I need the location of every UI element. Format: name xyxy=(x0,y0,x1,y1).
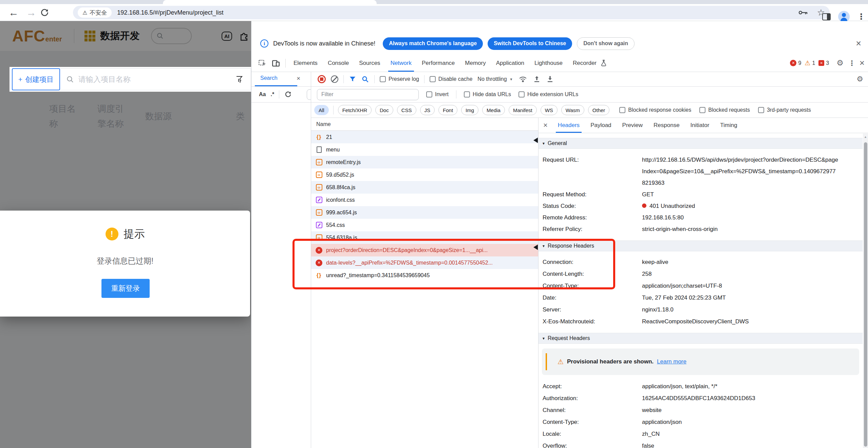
security-chip[interactable]: ⚠ 不安全 xyxy=(78,7,112,18)
create-project-button[interactable]: + 创建项目 xyxy=(12,68,60,90)
password-key-icon[interactable] xyxy=(798,9,808,16)
back-icon[interactable]: ← xyxy=(5,7,22,18)
request-row[interactable]: ‹› 554.6318a.js xyxy=(311,231,538,244)
inspect-element-icon[interactable] xyxy=(258,59,267,68)
throttling-dropdown[interactable]: No throttling ▼ xyxy=(477,76,513,82)
chip-css[interactable]: CSS xyxy=(397,105,416,115)
details-close-icon[interactable]: × xyxy=(543,121,548,130)
banner-close-icon[interactable]: × xyxy=(856,38,861,49)
general-section-header[interactable]: ▼ General xyxy=(539,138,863,149)
request-row[interactable]: 554.css xyxy=(311,219,538,231)
search-pane-tab[interactable]: Search xyxy=(260,75,278,81)
tab-preview[interactable]: Preview xyxy=(617,118,648,133)
tab-performance[interactable]: Performance xyxy=(417,54,460,72)
chip-img[interactable]: Img xyxy=(461,105,478,115)
request-row[interactable]: menu xyxy=(311,143,538,156)
hide-data-urls-checkbox[interactable]: Hide data URLs xyxy=(464,91,511,97)
chip-manifest[interactable]: Manifest xyxy=(509,105,537,115)
profile-avatar[interactable] xyxy=(838,11,850,22)
chip-doc[interactable]: Doc xyxy=(375,105,393,115)
tab-elements[interactable]: Elements xyxy=(288,54,323,72)
console-warnings-badge[interactable]: ⚠ 1 xyxy=(805,59,815,67)
chip-other[interactable]: Other xyxy=(588,105,610,115)
devtools-settings-icon[interactable]: ⚙ xyxy=(836,58,844,68)
blocked-response-cookies-checkbox[interactable]: Blocked response cookies xyxy=(619,107,691,113)
dont-show-again-button[interactable]: Don't show again xyxy=(577,37,635,50)
chip-media[interactable]: Media xyxy=(482,105,505,115)
blocked-requests-checkbox[interactable]: Blocked requests xyxy=(699,107,750,113)
browser-menu-icon[interactable]: ⋮ xyxy=(857,12,865,21)
import-har-icon[interactable] xyxy=(533,75,541,84)
learn-more-link[interactable]: Learn more xyxy=(657,358,686,365)
side-panel-icon[interactable] xyxy=(822,13,831,20)
scrollbar-thumb[interactable] xyxy=(864,142,867,447)
disable-cache-checkbox[interactable]: Disable cache xyxy=(430,76,473,82)
console-errors-badge[interactable]: ✕ 9 xyxy=(790,60,801,66)
tab-initiator[interactable]: Initiator xyxy=(685,118,715,133)
relogin-button[interactable]: 重新登录 xyxy=(101,279,150,298)
search-pane-divider[interactable] xyxy=(311,72,311,448)
reload-icon[interactable] xyxy=(40,8,58,17)
request-row[interactable]: iconfont.css xyxy=(311,194,538,206)
device-toolbar-icon[interactable] xyxy=(271,59,280,68)
address-bar[interactable]: ⚠ 不安全 192.168.16.5/#/prjDevMenu/project_… xyxy=(73,6,830,19)
switch-devtools-chinese-button[interactable]: Switch DevTools to Chinese xyxy=(488,37,572,50)
export-har-icon[interactable] xyxy=(546,75,554,84)
preserve-log-checkbox[interactable]: Preserve log xyxy=(380,76,419,82)
devtools-close-icon[interactable]: × xyxy=(860,58,865,68)
tab-payload[interactable]: Payload xyxy=(585,118,617,133)
tab-headers[interactable]: Headers xyxy=(552,118,585,133)
search-pane-close-icon[interactable]: × xyxy=(297,75,300,82)
network-conditions-icon[interactable] xyxy=(518,75,528,84)
name-column-header[interactable]: Name xyxy=(311,118,538,131)
network-filter-input[interactable] xyxy=(317,89,419,100)
request-row[interactable]: ‹› 59.d5d52.js xyxy=(311,168,538,181)
hide-extension-urls-checkbox[interactable]: Hide extension URLs xyxy=(518,91,578,97)
clear-network-log-button[interactable] xyxy=(331,75,338,83)
devtools-menu-icon[interactable]: ⋮ xyxy=(848,59,855,67)
issues-badge[interactable]: ✕ 3 xyxy=(818,60,829,66)
chip-ws[interactable]: WS xyxy=(541,105,558,115)
request-row-failed[interactable]: ✕ data-levels?__apiPrefix=%2FDWS&_timest… xyxy=(311,256,538,269)
tab-console[interactable]: Console xyxy=(323,54,354,72)
filter-toggle-icon[interactable] xyxy=(349,75,356,83)
tab-memory[interactable]: Memory xyxy=(460,54,491,72)
filter-funnel-icon[interactable] xyxy=(235,75,243,84)
forward-icon[interactable]: → xyxy=(22,7,40,18)
details-scrollbar[interactable]: ▲ xyxy=(863,133,868,448)
search-query-input[interactable] xyxy=(307,89,311,100)
network-settings-icon[interactable]: ⚙ xyxy=(856,75,863,84)
scroll-up-icon[interactable]: ▲ xyxy=(864,135,867,139)
project-search-input[interactable] xyxy=(78,75,207,84)
request-row[interactable]: {} unread?_timestamp=0.3411584539659045 xyxy=(311,269,538,282)
invert-checkbox[interactable]: Invert xyxy=(426,91,449,97)
chip-fetch-xhr[interactable]: Fetch/XHR xyxy=(338,105,372,115)
third-party-requests-checkbox[interactable]: 3rd-party requests xyxy=(758,107,811,113)
chip-wasm[interactable]: Wasm xyxy=(561,105,584,115)
tab-network[interactable]: Network xyxy=(385,54,417,72)
record-network-log-button[interactable] xyxy=(318,75,326,83)
request-row[interactable]: ‹› remoteEntry.js xyxy=(311,156,538,168)
response-headers-section-header[interactable]: ▼ Response Headers xyxy=(539,240,863,251)
tab-sources[interactable]: Sources xyxy=(354,54,385,72)
search-refresh-icon[interactable] xyxy=(284,90,292,98)
request-row[interactable]: ‹› 658.8f4ca.js xyxy=(311,181,538,194)
tab-response[interactable]: Response xyxy=(648,118,685,133)
chip-font[interactable]: Font xyxy=(438,105,457,115)
always-match-language-button[interactable]: Always match Chrome's language xyxy=(383,37,483,50)
tab-lighthouse[interactable]: Lighthouse xyxy=(529,54,568,72)
network-search-icon[interactable] xyxy=(361,75,369,83)
project-search-box[interactable] xyxy=(60,68,251,90)
request-row[interactable]: ‹› 999.ac654.js xyxy=(311,206,538,219)
regex-button[interactable]: .* xyxy=(270,91,274,97)
url-text[interactable]: 192.168.16.5/#/prjDevMenu/project_list xyxy=(117,9,223,16)
match-case-button[interactable]: Aa xyxy=(259,91,266,97)
tab-recorder[interactable]: Recorder xyxy=(568,54,602,72)
chip-js[interactable]: JS xyxy=(420,105,435,115)
request-row-failed-selected[interactable]: ✕ project?orderDirection=DESC&pageIndex=… xyxy=(311,244,538,256)
tab-timing[interactable]: Timing xyxy=(715,118,742,133)
chip-all[interactable]: All xyxy=(314,105,329,115)
request-headers-section-header[interactable]: ▼ Request Headers xyxy=(539,333,863,344)
request-row[interactable]: {} 21 xyxy=(311,131,538,143)
tab-application[interactable]: Application xyxy=(491,54,529,72)
